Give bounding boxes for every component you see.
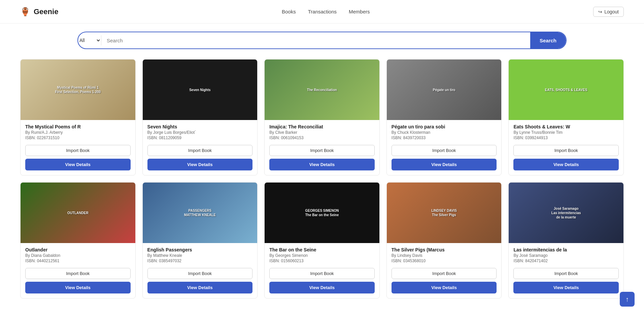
book-cover-text: EATS, SHOOTS & LEAVES bbox=[542, 84, 591, 95]
import-book-button[interactable]: Import Book bbox=[25, 145, 131, 156]
book-isbn: ISBN: 0385497032 bbox=[147, 259, 253, 263]
view-details-button[interactable]: View Details bbox=[147, 159, 253, 170]
book-actions: Import Book View Details bbox=[143, 268, 258, 298]
book-actions: Import Book View Details bbox=[387, 145, 502, 175]
book-isbn: ISBN: 8420471402 bbox=[513, 259, 619, 263]
book-actions: Import Book View Details bbox=[21, 145, 135, 175]
header: 🏺 Geenie Books Transactions Members ↪ Lo… bbox=[0, 0, 644, 24]
import-book-button[interactable]: Import Book bbox=[147, 145, 253, 156]
brand: 🏺 Geenie bbox=[20, 7, 58, 16]
import-book-button[interactable]: Import Book bbox=[513, 145, 619, 156]
book-info: The Mystical Poems of R By Rumi/A.J. Arb… bbox=[21, 120, 135, 145]
book-actions: Import Book View Details bbox=[143, 145, 258, 175]
view-details-button[interactable]: View Details bbox=[392, 159, 497, 170]
book-cover-6: OUTLANDER bbox=[21, 183, 135, 243]
book-title: The Silver Pigs (Marcus bbox=[392, 247, 497, 252]
book-card: EATS, SHOOTS & LEAVES Eats Shoots & Leav… bbox=[508, 59, 624, 175]
book-card: The Reconciliation Imajica: The Reconcil… bbox=[264, 59, 380, 175]
book-cover-7: PASSENGERSMATTHEW KNEALE bbox=[143, 183, 258, 243]
import-book-button[interactable]: Import Book bbox=[25, 268, 131, 279]
book-isbn: ISBN: 8439720033 bbox=[392, 135, 497, 140]
book-title: Seven Nights bbox=[147, 124, 253, 129]
book-isbn: ISBN: 0440212561 bbox=[25, 259, 131, 263]
logout-icon: ↪ bbox=[598, 9, 602, 14]
book-info: Imajica: The Reconciliat By Clive Barker… bbox=[265, 120, 379, 145]
book-cover-text: OUTLANDER bbox=[64, 207, 92, 219]
import-book-button[interactable]: Import Book bbox=[392, 268, 497, 279]
logout-label: Logout bbox=[604, 9, 619, 14]
book-actions: Import Book View Details bbox=[509, 145, 623, 175]
book-title: Pégate un tiro para sobi bbox=[392, 124, 497, 129]
book-isbn: ISBN: 0226731510 bbox=[25, 135, 131, 140]
nav-books[interactable]: Books bbox=[282, 9, 296, 14]
book-isbn: ISBN: 0811209059 bbox=[147, 135, 253, 140]
import-book-button[interactable]: Import Book bbox=[147, 268, 253, 279]
book-title: The Mystical Poems of R bbox=[25, 124, 131, 129]
view-details-button[interactable]: View Details bbox=[513, 282, 619, 293]
brand-name: Geenie bbox=[34, 7, 58, 16]
arrow-up-icon: ↑ bbox=[625, 295, 629, 303]
book-cover-text: Seven Nights bbox=[186, 84, 214, 95]
book-cover-text: The Reconciliation bbox=[304, 84, 340, 95]
book-card: Pégate un tiro Pégate un tiro para sobi … bbox=[386, 59, 502, 175]
book-cover-1: Mystical Poems of Rūmī 1First Selection,… bbox=[21, 60, 135, 120]
book-cover-10: José SaramagoLas intermitenciasde la mue… bbox=[509, 183, 623, 243]
book-author: By Clive Barker bbox=[269, 130, 375, 135]
view-details-button[interactable]: View Details bbox=[269, 282, 375, 293]
book-isbn: ISBN: 0156060213 bbox=[269, 259, 375, 263]
book-cover-text: PASSENGERSMATTHEW KNEALE bbox=[181, 205, 219, 221]
nav-members[interactable]: Members bbox=[349, 9, 370, 14]
book-cover-text: GEORGES SIMENONThe Bar on the Seine bbox=[302, 205, 342, 221]
search-filter[interactable]: All Title Author ISBN bbox=[78, 37, 101, 43]
import-book-button[interactable]: Import Book bbox=[513, 268, 619, 279]
view-details-button[interactable]: View Details bbox=[147, 282, 253, 293]
view-details-button[interactable]: View Details bbox=[25, 159, 131, 170]
book-cover-8: GEORGES SIMENONThe Bar on the Seine bbox=[265, 183, 379, 243]
main-nav: Books Transactions Members bbox=[282, 9, 370, 14]
book-info: Eats Shoots & Leaves: W By Lynne Truss/B… bbox=[509, 120, 623, 145]
brand-icon: 🏺 bbox=[20, 7, 30, 16]
book-title: Outlander bbox=[25, 247, 131, 252]
book-info: English Passengers By Matthew Kneale ISB… bbox=[143, 243, 258, 268]
book-actions: Import Book View Details bbox=[265, 268, 379, 298]
book-author: By Chuck Klosterman bbox=[392, 130, 497, 135]
search-section: All Title Author ISBN Search bbox=[0, 24, 644, 56]
book-author: By Lindsey Davis bbox=[392, 253, 497, 258]
book-card: José SaramagoLas intermitenciasde la mue… bbox=[508, 182, 624, 299]
import-book-button[interactable]: Import Book bbox=[269, 268, 375, 279]
book-card: LINDSEY DAVISThe Silver Pigs The Silver … bbox=[386, 182, 502, 299]
search-button[interactable]: Search bbox=[530, 32, 566, 48]
book-author: By Diana Gabaldon bbox=[25, 253, 131, 258]
search-input[interactable] bbox=[101, 38, 530, 43]
book-cover-5: EATS, SHOOTS & LEAVES bbox=[509, 60, 623, 120]
book-info: The Bar on the Seine By Georges Simenon … bbox=[265, 243, 379, 268]
book-isbn: ISBN: 0399244913 bbox=[513, 135, 619, 140]
book-cover-text: LINDSEY DAVISThe Silver Pigs bbox=[428, 205, 460, 221]
search-bar: All Title Author ISBN Search bbox=[77, 32, 567, 49]
book-cover-9: LINDSEY DAVISThe Silver Pigs bbox=[387, 183, 502, 243]
view-details-button[interactable]: View Details bbox=[25, 282, 131, 293]
book-author: By Rumi/A.J. Arberry bbox=[25, 130, 131, 135]
book-author: By José Saramago bbox=[513, 253, 619, 258]
book-card: Seven Nights Seven Nights By Jorge Luis … bbox=[142, 59, 258, 175]
book-actions: Import Book View Details bbox=[21, 268, 135, 298]
book-info: Las intermitencias de la By José Saramag… bbox=[509, 243, 623, 268]
book-cover-2: Seven Nights bbox=[143, 60, 258, 120]
book-author: By Matthew Kneale bbox=[147, 253, 253, 258]
book-actions: Import Book View Details bbox=[509, 268, 623, 298]
import-book-button[interactable]: Import Book bbox=[269, 145, 375, 156]
books-grid: Mystical Poems of Rūmī 1First Selection,… bbox=[0, 56, 644, 309]
book-isbn: ISBN: 0345368010 bbox=[392, 259, 497, 263]
book-card: GEORGES SIMENONThe Bar on the Seine The … bbox=[264, 182, 380, 299]
nav-transactions[interactable]: Transactions bbox=[308, 9, 337, 14]
scroll-to-top-button[interactable]: ↑ bbox=[620, 292, 635, 307]
book-card: OUTLANDER Outlander By Diana Gabaldon IS… bbox=[20, 182, 136, 299]
view-details-button[interactable]: View Details bbox=[269, 159, 375, 170]
view-details-button[interactable]: View Details bbox=[392, 282, 497, 293]
book-isbn: ISBN: 0061094153 bbox=[269, 135, 375, 140]
book-card: Mystical Poems of Rūmī 1First Selection,… bbox=[20, 59, 136, 175]
view-details-button[interactable]: View Details bbox=[513, 159, 619, 170]
logout-button[interactable]: ↪ Logout bbox=[593, 7, 624, 17]
book-card: PASSENGERSMATTHEW KNEALE English Passeng… bbox=[142, 182, 258, 299]
import-book-button[interactable]: Import Book bbox=[392, 145, 497, 156]
